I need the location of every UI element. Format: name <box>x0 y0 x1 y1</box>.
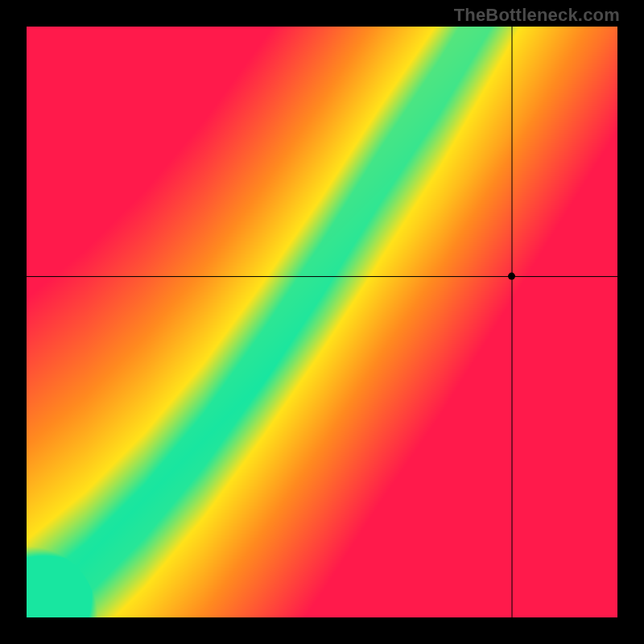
chart-frame: TheBottleneck.com <box>0 0 644 644</box>
watermark-text: TheBottleneck.com <box>454 5 620 26</box>
bottleneck-heatmap <box>27 27 617 617</box>
